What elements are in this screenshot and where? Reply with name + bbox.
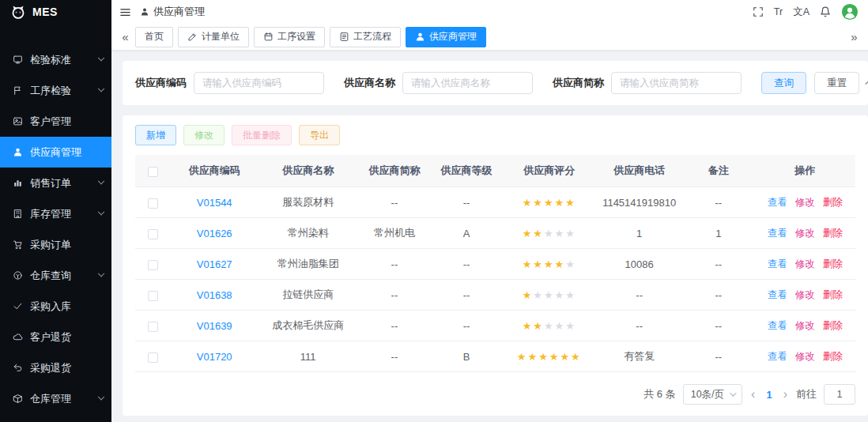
tab-process-flow[interactable]: 工艺流程 [330, 27, 401, 47]
sidebar-menu: 检验标准工序检验客户管理供应商管理销售订单库存管理采购订单仓库查询采购入库客户退… [0, 24, 111, 414]
cell-actions: 查看修改删除 [754, 249, 855, 280]
edit-link[interactable]: 修改 [795, 197, 815, 208]
row-checkbox[interactable] [148, 198, 158, 209]
sidebar-item-purchase-inbound[interactable]: 采购入库 [0, 291, 111, 322]
avatar[interactable] [841, 3, 859, 21]
edit-button[interactable]: 修改 [183, 125, 225, 145]
current-page[interactable]: 1 [764, 389, 774, 401]
star-icon: ★ [523, 197, 534, 209]
row-checkbox[interactable] [148, 352, 158, 363]
star-icon: ★ [523, 228, 534, 239]
chart-icon [12, 178, 23, 188]
delete-link[interactable]: 删除 [823, 289, 843, 300]
sidebar-item-purchase-order[interactable]: 采购订单 [0, 229, 111, 260]
font-size-icon[interactable]: Tr [774, 7, 783, 17]
view-link[interactable]: 查看 [768, 320, 787, 331]
language-icon[interactable]: 文A [793, 7, 810, 17]
sidebar-item-warehouse-management[interactable]: 仓库管理 [0, 383, 111, 414]
delete-link[interactable]: 删除 [823, 258, 843, 269]
hamburger-menu-icon[interactable] [119, 6, 131, 18]
cell-name: 常州油脂集团 [258, 249, 359, 280]
edit-link[interactable]: 修改 [795, 320, 815, 331]
delete-link[interactable]: 删除 [823, 228, 843, 239]
view-link[interactable]: 查看 [768, 289, 787, 300]
star-icon: ★ [565, 197, 576, 209]
column-header: 供应商编码 [172, 155, 258, 187]
sidebar-item-purchase-return[interactable]: 采购退货 [0, 352, 111, 383]
supplier-code-link[interactable]: V01544 [197, 197, 232, 209]
cell-select [135, 249, 172, 280]
bell-icon[interactable] [820, 6, 831, 17]
cell-actions: 查看修改删除 [754, 187, 855, 218]
tab-measure-unit[interactable]: 计量单位 [178, 27, 249, 47]
cell-grade: -- [430, 311, 502, 341]
batch-delete-button[interactable]: 批量删除 [232, 125, 292, 145]
edit-link[interactable]: 修改 [795, 258, 815, 269]
sidebar-item-supplier-management[interactable]: 供应商管理 [0, 137, 111, 168]
export-button[interactable]: 导出 [299, 125, 340, 145]
next-page-button[interactable]: › [782, 388, 789, 401]
star-icon: ★ [544, 320, 555, 332]
supplier-code-link[interactable]: V01626 [197, 228, 232, 239]
cell-actions: 查看修改删除 [754, 280, 855, 311]
search-button[interactable]: 查询 [761, 72, 806, 94]
star-icon: ★ [533, 197, 544, 209]
tabs-scroll-right-icon[interactable]: » [844, 30, 864, 43]
select-all-header [135, 155, 172, 187]
filter-input-2[interactable] [402, 72, 533, 94]
reset-button[interactable]: 重置 [814, 72, 859, 94]
supplier-code-link[interactable]: V01638 [197, 289, 232, 301]
supplier-code-link[interactable]: V01639 [197, 320, 232, 332]
view-link[interactable]: 查看 [768, 197, 787, 208]
edit-link[interactable]: 修改 [795, 289, 815, 300]
sidebar-item-inventory-management[interactable]: 库存管理 [0, 198, 111, 229]
star-icon: ★ [571, 351, 582, 363]
star-icon: ★ [565, 228, 576, 239]
star-icon: ★ [544, 289, 555, 301]
content: 供应商编码供应商名称供应商简称 查询 重置 展开 新增修改批量删除导出 [111, 51, 868, 422]
filter-input-1[interactable] [194, 72, 324, 94]
sidebar-item-label: 供应商管理 [30, 145, 104, 160]
sidebar-item-inspection-standard[interactable]: 检验标准 [0, 44, 111, 75]
filter-panel: 供应商编码供应商名称供应商简称 查询 重置 展开 [123, 61, 868, 105]
prev-page-button[interactable]: ‹ [749, 388, 757, 401]
view-link[interactable]: 查看 [768, 351, 787, 362]
star-icon: ★ [527, 351, 538, 363]
sidebar-item-sales-order[interactable]: 销售订单 [0, 168, 111, 198]
sidebar-item-process-inspection[interactable]: 工序检验 [0, 75, 111, 106]
fullscreen-icon[interactable] [753, 6, 764, 17]
star-icon: ★ [555, 289, 566, 301]
supplier-code-link[interactable]: V01720 [197, 351, 232, 363]
box-icon [12, 394, 23, 404]
cell-score: ★★★★★ [503, 218, 596, 249]
supplier-code-link[interactable]: V01627 [197, 258, 232, 270]
edit-link[interactable]: 修改 [795, 351, 815, 362]
view-link[interactable]: 查看 [768, 258, 787, 269]
view-link[interactable]: 查看 [768, 228, 787, 239]
tabs-scroll-left-icon[interactable]: « [115, 30, 135, 43]
row-checkbox[interactable] [148, 291, 158, 301]
tab-home[interactable]: 首页 [135, 27, 173, 47]
row-checkbox[interactable] [148, 260, 158, 270]
delete-link[interactable]: 删除 [823, 351, 843, 362]
select-all-checkbox[interactable] [148, 167, 158, 177]
tab-process-setting[interactable]: 工序设置 [254, 27, 325, 47]
cell-code: V01720 [172, 341, 258, 372]
page-size-select[interactable]: 10条/页 [683, 384, 742, 405]
sidebar-item-warehouse-query[interactable]: 仓库查询 [0, 260, 111, 291]
table-row: V01638拉链供应商----★★★★★----查看修改删除 [135, 280, 855, 311]
add-button[interactable]: 新增 [135, 125, 176, 145]
sidebar-item-customer-return[interactable]: 客户退货 [0, 322, 111, 352]
delete-link[interactable]: 删除 [823, 320, 843, 331]
sidebar-item-customer-management[interactable]: 客户管理 [0, 106, 111, 137]
tab-supplier-management[interactable]: 供应商管理 [406, 27, 486, 47]
goto-page-input[interactable] [824, 384, 855, 405]
filter-field-3: 供应商简称 [553, 72, 742, 94]
cell-phone: -- [596, 280, 682, 311]
delete-link[interactable]: 删除 [823, 197, 843, 208]
sidebar-item-label: 客户管理 [30, 115, 104, 129]
row-checkbox[interactable] [148, 322, 158, 332]
filter-input-3[interactable] [611, 72, 742, 94]
row-checkbox[interactable] [148, 229, 158, 239]
edit-link[interactable]: 修改 [795, 228, 815, 239]
